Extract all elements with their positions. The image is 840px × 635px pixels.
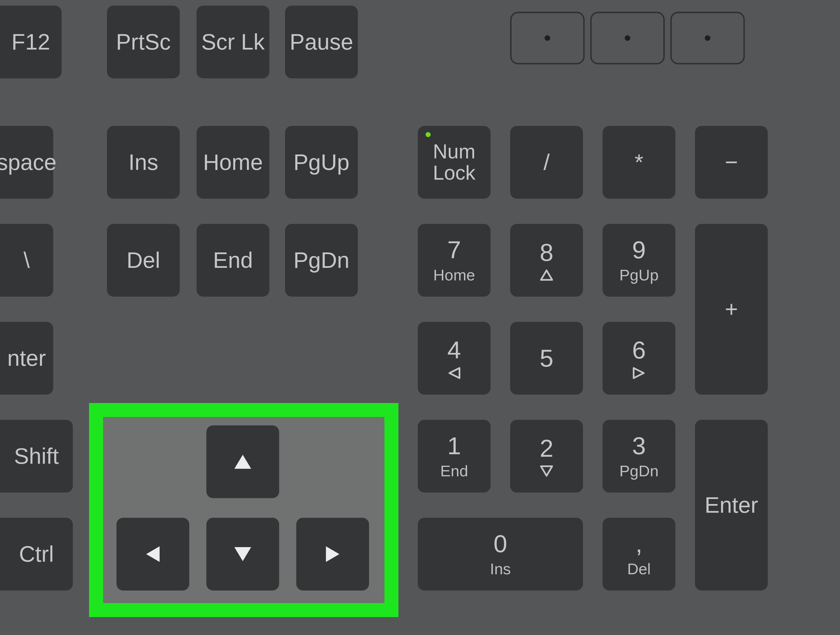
dot-icon <box>705 35 711 41</box>
key-label: End <box>213 249 253 272</box>
prtsc-key[interactable]: PrtSc <box>107 6 180 78</box>
key-label: Scr Lk <box>201 30 265 54</box>
enter-key-side[interactable]: nter <box>0 322 53 395</box>
key-label: / <box>543 151 549 174</box>
key-label: Ins <box>128 151 158 174</box>
key-label: 8 <box>540 240 554 265</box>
key-label: \ <box>24 249 30 272</box>
space-key[interactable]: space <box>0 126 53 199</box>
key-label: 9 <box>632 237 646 263</box>
key-label: 3 <box>632 433 646 459</box>
numpad-minus-key[interactable]: − <box>695 126 768 199</box>
key-sublabel: Home <box>433 267 475 284</box>
key-label: , <box>636 531 642 557</box>
key-label: * <box>635 151 643 174</box>
arrow-up-key[interactable] <box>206 425 279 498</box>
key-label: 2 <box>540 435 554 461</box>
triangle-right-icon <box>633 367 646 379</box>
numpad-1-key[interactable]: 1 End <box>418 420 491 493</box>
key-label: 0 <box>494 531 507 557</box>
pgdn-key[interactable]: PgDn <box>285 224 358 297</box>
extra-key-2[interactable] <box>590 12 665 65</box>
key-label: − <box>725 151 738 174</box>
arrow-left-icon <box>146 546 159 562</box>
ctrl-key-side[interactable]: Ctrl <box>0 518 73 591</box>
key-label: PgUp <box>294 151 349 174</box>
key-label: Del <box>126 249 160 272</box>
del-key[interactable]: Del <box>107 224 180 297</box>
key-label: + <box>725 298 738 321</box>
numpad-6-key[interactable]: 6 <box>603 322 675 395</box>
key-label: F12 <box>11 30 50 54</box>
arrow-right-key[interactable] <box>296 518 369 591</box>
key-sublabel: End <box>440 463 468 479</box>
ins-key[interactable]: Ins <box>107 126 180 199</box>
numpad-5-key[interactable]: 5 <box>510 322 583 395</box>
scrlk-key[interactable]: Scr Lk <box>197 6 269 78</box>
pause-key[interactable]: Pause <box>285 6 358 78</box>
key-label: 5 <box>540 345 554 371</box>
numpad-4-key[interactable]: 4 <box>418 322 491 395</box>
numpad-2-key[interactable]: 2 <box>510 420 583 493</box>
numpad-8-key[interactable]: 8 <box>510 224 583 297</box>
key-label: Enter <box>704 493 758 517</box>
numpad-div-key[interactable]: / <box>510 126 583 199</box>
arrow-up-icon <box>234 455 251 469</box>
arrow-left-key[interactable] <box>117 518 189 591</box>
numpad-9-key[interactable]: 9 PgUp <box>603 224 675 297</box>
key-label: 4 <box>447 337 461 363</box>
key-label: PrtSc <box>116 30 171 54</box>
arrow-down-icon <box>234 547 251 561</box>
key-sublabel: PgUp <box>619 267 658 284</box>
key-label: Ctrl <box>19 542 54 566</box>
dot-icon <box>625 35 630 41</box>
numlock-led-icon <box>426 132 431 137</box>
end-key[interactable]: End <box>197 224 269 297</box>
numpad-decimal-key[interactable]: , Del <box>603 518 675 591</box>
numpad-mul-key[interactable]: * <box>603 126 675 199</box>
svg-marker-1 <box>449 368 459 378</box>
shift-key-side[interactable]: Shift <box>0 420 73 493</box>
triangle-up-icon <box>540 269 553 281</box>
key-sublabel: Del <box>627 561 651 577</box>
key-label: PgDn <box>294 249 349 272</box>
key-label: 1 <box>447 433 461 459</box>
backslash-key[interactable]: \ <box>0 224 53 297</box>
numpad-3-key[interactable]: 3 PgDn <box>603 420 675 493</box>
key-label-line2: Lock <box>433 162 475 184</box>
numpad-0-key[interactable]: 0 Ins <box>418 518 583 591</box>
numpad-7-key[interactable]: 7 Home <box>418 224 491 297</box>
key-label-line1: Num <box>433 141 475 162</box>
dot-icon <box>545 35 550 41</box>
key-label: Pause <box>290 30 354 54</box>
triangle-down-icon <box>540 465 553 477</box>
pgup-key[interactable]: PgUp <box>285 126 358 199</box>
arrow-down-key[interactable] <box>206 518 279 591</box>
key-label: nter <box>7 347 46 370</box>
f12-key[interactable]: F12 <box>0 6 62 78</box>
numlock-key[interactable]: Num Lock <box>418 126 491 199</box>
svg-marker-0 <box>541 270 552 280</box>
key-label: Shift <box>14 444 59 468</box>
svg-marker-3 <box>541 466 552 476</box>
arrow-right-icon <box>326 546 339 562</box>
extra-key-1[interactable] <box>510 12 585 65</box>
numpad-plus-key[interactable]: + <box>695 224 768 395</box>
home-key[interactable]: Home <box>197 126 269 199</box>
key-label: 7 <box>447 237 461 263</box>
key-sublabel: Ins <box>490 561 511 577</box>
extra-key-3[interactable] <box>670 12 745 65</box>
numpad-enter-key[interactable]: Enter <box>695 420 768 591</box>
svg-marker-2 <box>634 368 644 378</box>
key-label: 6 <box>632 337 646 363</box>
key-label: space <box>0 151 57 174</box>
key-sublabel: PgDn <box>619 463 658 479</box>
triangle-left-icon <box>448 367 461 379</box>
key-label: Home <box>203 151 263 174</box>
